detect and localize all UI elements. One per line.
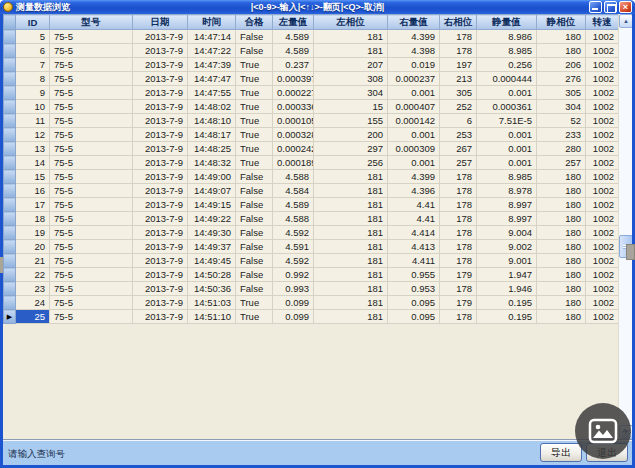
cell-time[interactable]: 14:49:45 <box>188 254 236 268</box>
cell-speed[interactable]: 1002 <box>586 72 619 86</box>
cell-pass[interactable]: True <box>236 114 273 128</box>
cell-date[interactable]: 2013-7-9 <box>133 170 188 184</box>
table-row[interactable]: 1775-52013-7-914:49:15False4.5891814.411… <box>4 198 619 212</box>
cell-static-phase[interactable]: 280 <box>537 142 586 156</box>
cell-id[interactable]: 13 <box>16 142 50 156</box>
cell-left-phase[interactable]: 181 <box>314 30 388 44</box>
cell-static-value[interactable]: 8.985 <box>477 170 537 184</box>
cell-static-value[interactable]: 0.001 <box>477 142 537 156</box>
cell-date[interactable]: 2013-7-9 <box>133 268 188 282</box>
cell-right-value[interactable]: 0.000309 <box>388 142 440 156</box>
cell-time[interactable]: 14:48:17 <box>188 128 236 142</box>
cell-model[interactable]: 75-5 <box>50 170 133 184</box>
column-header-right-phase[interactable]: 右相位 <box>440 15 477 30</box>
cell-right-phase[interactable]: 178 <box>440 310 477 324</box>
cell-left-phase[interactable]: 181 <box>314 254 388 268</box>
maximize-button[interactable] <box>604 1 617 13</box>
cell-right-value[interactable]: 0.000142 <box>388 114 440 128</box>
cell-right-phase[interactable]: 305 <box>440 86 477 100</box>
cell-id[interactable]: 15 <box>16 170 50 184</box>
cell-static-phase[interactable]: 257 <box>537 156 586 170</box>
minimize-button[interactable] <box>589 1 602 13</box>
cell-speed[interactable]: 1002 <box>586 44 619 58</box>
table-row[interactable]: 1075-52013-7-914:48:02True0.000336150.00… <box>4 100 619 114</box>
cell-right-phase[interactable]: 178 <box>440 212 477 226</box>
cell-left-value[interactable]: 0.992 <box>273 268 314 282</box>
cell-right-value[interactable]: 0.095 <box>388 296 440 310</box>
cell-speed[interactable]: 1002 <box>586 100 619 114</box>
cell-right-phase[interactable]: 178 <box>440 198 477 212</box>
cell-left-phase[interactable]: 181 <box>314 282 388 296</box>
table-row[interactable]: 1975-52013-7-914:49:30False4.5921814.414… <box>4 226 619 240</box>
table-row[interactable]: ▶ 2575-52013-7-914:51:10True0.0991810.09… <box>4 310 619 324</box>
cell-right-phase[interactable]: 178 <box>440 240 477 254</box>
cell-time[interactable]: 14:47:14 <box>188 30 236 44</box>
cell-id[interactable]: 9 <box>16 86 50 100</box>
cell-right-phase[interactable]: 178 <box>440 170 477 184</box>
cell-right-value[interactable]: 4.399 <box>388 170 440 184</box>
cell-static-value[interactable]: 1.947 <box>477 268 537 282</box>
cell-left-phase[interactable]: 181 <box>314 184 388 198</box>
cell-left-value[interactable]: 0.000227 <box>273 86 314 100</box>
cell-date[interactable]: 2013-7-9 <box>133 310 188 324</box>
cell-id[interactable]: 17 <box>16 198 50 212</box>
cell-pass[interactable]: False <box>236 240 273 254</box>
cell-right-value[interactable]: 0.019 <box>388 58 440 72</box>
cell-left-phase[interactable]: 304 <box>314 86 388 100</box>
cell-static-value[interactable]: 8.997 <box>477 212 537 226</box>
cell-left-phase[interactable]: 15 <box>314 100 388 114</box>
cell-left-value[interactable]: 0.099 <box>273 296 314 310</box>
cell-static-phase[interactable]: 304 <box>537 100 586 114</box>
cell-pass[interactable]: False <box>236 170 273 184</box>
cell-model[interactable]: 75-5 <box>50 58 133 72</box>
column-header-left-value[interactable]: 左量值 <box>273 15 314 30</box>
cell-model[interactable]: 75-5 <box>50 128 133 142</box>
cell-time[interactable]: 14:47:55 <box>188 86 236 100</box>
cell-time[interactable]: 14:49:30 <box>188 226 236 240</box>
cell-date[interactable]: 2013-7-9 <box>133 254 188 268</box>
cell-left-phase[interactable]: 200 <box>314 128 388 142</box>
cell-left-phase[interactable]: 155 <box>314 114 388 128</box>
cell-left-phase[interactable]: 181 <box>314 212 388 226</box>
cell-left-phase[interactable]: 256 <box>314 156 388 170</box>
cell-pass[interactable]: True <box>236 142 273 156</box>
cell-model[interactable]: 75-5 <box>50 296 133 310</box>
cell-id[interactable]: 21 <box>16 254 50 268</box>
cell-right-value[interactable]: 4.41 <box>388 198 440 212</box>
cell-id[interactable]: 14 <box>16 156 50 170</box>
cell-model[interactable]: 75-5 <box>50 114 133 128</box>
cell-model[interactable]: 75-5 <box>50 142 133 156</box>
cell-right-value[interactable]: 0.001 <box>388 156 440 170</box>
cell-speed[interactable]: 1002 <box>586 296 619 310</box>
cell-right-phase[interactable]: 267 <box>440 142 477 156</box>
cell-static-phase[interactable]: 206 <box>537 58 586 72</box>
cell-left-phase[interactable]: 181 <box>314 296 388 310</box>
cell-time[interactable]: 14:50:28 <box>188 268 236 282</box>
cell-static-value[interactable]: 9.001 <box>477 254 537 268</box>
cell-static-phase[interactable]: 180 <box>537 170 586 184</box>
cell-static-value[interactable]: 8.997 <box>477 198 537 212</box>
cell-time[interactable]: 14:47:22 <box>188 44 236 58</box>
export-button[interactable]: 导出 <box>540 443 582 462</box>
column-header-static-phase[interactable]: 静相位 <box>537 15 586 30</box>
cell-model[interactable]: 75-5 <box>50 268 133 282</box>
cell-time[interactable]: 14:49:37 <box>188 240 236 254</box>
cell-left-value[interactable]: 4.584 <box>273 184 314 198</box>
cell-right-phase[interactable]: 257 <box>440 156 477 170</box>
cell-left-phase[interactable]: 181 <box>314 170 388 184</box>
cell-static-value[interactable]: 8.986 <box>477 30 537 44</box>
column-header-date[interactable]: 日期 <box>133 15 188 30</box>
table-row[interactable]: 2275-52013-7-914:50:28False0.9921810.955… <box>4 268 619 282</box>
cell-time[interactable]: 14:51:10 <box>188 310 236 324</box>
cell-right-phase[interactable]: 179 <box>440 268 477 282</box>
cell-static-phase[interactable]: 52 <box>537 114 586 128</box>
cell-static-phase[interactable]: 180 <box>537 226 586 240</box>
cell-speed[interactable]: 1002 <box>586 156 619 170</box>
cell-static-phase[interactable]: 305 <box>537 86 586 100</box>
cell-model[interactable]: 75-5 <box>50 86 133 100</box>
table-row[interactable]: 575-52013-7-914:47:14False4.5891814.3991… <box>4 30 619 44</box>
cell-static-value[interactable]: 0.195 <box>477 310 537 324</box>
cell-id[interactable]: 10 <box>16 100 50 114</box>
cell-right-phase[interactable]: 252 <box>440 100 477 114</box>
cell-right-value[interactable]: 4.413 <box>388 240 440 254</box>
